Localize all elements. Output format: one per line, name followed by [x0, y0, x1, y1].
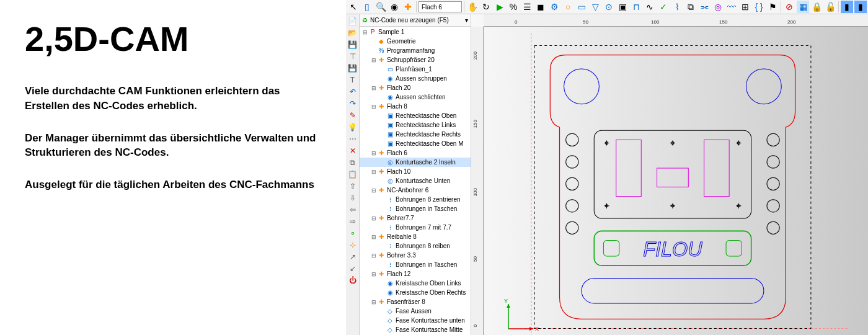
tree-node[interactable]: ⊟✚Flach 8	[360, 102, 471, 111]
tree-node[interactable]: ⫶Bohrungen 8 zentrieren	[360, 195, 471, 204]
text-icon[interactable]: T	[347, 74, 358, 86]
tree-node[interactable]: ◉Kreistasche Oben Rechts	[360, 288, 471, 297]
cancel-icon[interactable]: ⊘	[783, 1, 795, 13]
tree-node[interactable]: ▣Rechtecktasche Rechts	[360, 130, 471, 139]
tree-node[interactable]: ◇Fase Konturtasche Mitte	[360, 325, 471, 334]
undo-icon[interactable]: ↶	[347, 86, 358, 97]
bar2-icon[interactable]: ▮	[854, 1, 867, 13]
hand-icon[interactable]: ✋	[466, 1, 479, 13]
wave-icon[interactable]: 〰	[725, 1, 738, 13]
down-icon[interactable]: ⇩	[347, 192, 358, 203]
path-icon[interactable]: ⌇	[671, 1, 683, 13]
tree-header[interactable]: ♻ NC-Code neu erzeugen (F5) ▾	[360, 14, 471, 27]
thread-icon[interactable]: ∿	[644, 1, 656, 13]
tree-node[interactable]: ▣Rechtecktasche Oben	[360, 111, 471, 120]
document-icon[interactable]: ▯	[361, 1, 373, 13]
rect-tool-icon[interactable]: ▭	[575, 1, 588, 13]
grid-icon[interactable]: ▦	[797, 1, 809, 13]
flag-icon[interactable]: ⚑	[766, 1, 779, 13]
compass-icon[interactable]: ✚	[402, 1, 414, 13]
exit-icon[interactable]: ⏻	[347, 275, 358, 286]
expand-toggle-icon[interactable]: ⊟	[371, 252, 377, 259]
expand-toggle-icon[interactable]: ⊟	[371, 299, 377, 305]
check-icon[interactable]: ✓	[657, 1, 670, 13]
tree-node[interactable]: ◇Fase Aussen	[360, 306, 471, 316]
percent-icon[interactable]: %	[507, 1, 520, 13]
save-icon[interactable]: 💾	[347, 39, 358, 50]
tree-node[interactable]: ⊟PSample 1	[360, 27, 471, 37]
nodes-icon[interactable]: ⚬	[347, 228, 358, 239]
tree-node[interactable]: ⫶Bohrungen 7 mit 7.7	[360, 223, 471, 232]
tree-node[interactable]: ⊟✚Flach 12	[360, 269, 471, 279]
export-icon[interactable]: ↗	[347, 251, 358, 262]
tool-icon[interactable]: ⊤	[347, 51, 358, 62]
expand-toggle-icon[interactable]: ⊟	[371, 187, 377, 194]
dropdown-arrow-icon[interactable]: ▾	[465, 17, 468, 24]
expand-toggle-icon[interactable]: ⊟	[371, 150, 377, 156]
expand-toggle-icon[interactable]: ⊟	[371, 271, 377, 277]
layer-dropdown[interactable]: Flach 6	[418, 1, 462, 12]
tree-node[interactable]: ⫶Bohrungen 8 reiben	[360, 241, 471, 251]
solid-icon[interactable]: ◼	[534, 1, 547, 13]
canvas[interactable]: FILOU X Y	[484, 27, 868, 335]
tree-icon[interactable]: ⊹	[347, 239, 358, 251]
up-icon[interactable]: ⇧	[347, 181, 358, 192]
tree-node[interactable]: ⊟✚Flach 10	[360, 167, 471, 176]
tree-node[interactable]: ▭Planfräsen_1	[360, 65, 471, 74]
filter-icon[interactable]: ▽	[589, 1, 601, 13]
tree-node[interactable]: ◉Kreistasche Oben Links	[360, 279, 471, 288]
expand-toggle-icon[interactable]: ⊟	[371, 85, 377, 91]
circle-tool-icon[interactable]: ○	[562, 1, 574, 13]
open-icon[interactable]: 📂	[347, 27, 358, 38]
cursor-icon[interactable]: ↖	[347, 1, 360, 13]
bar1-icon[interactable]: ▮	[841, 1, 853, 13]
tree-node[interactable]: ▣Rechtecktasche Links	[360, 120, 471, 130]
lock-icon[interactable]: 🔒	[810, 1, 823, 13]
tree-node[interactable]: ⫶Bohrungen in Taschen	[360, 204, 471, 213]
left-icon[interactable]: ⇦	[347, 204, 358, 215]
rotate-icon[interactable]: ↻	[480, 1, 492, 13]
play-icon[interactable]: ▶	[494, 1, 506, 13]
redo-icon[interactable]: ↷	[347, 98, 358, 109]
more-icon[interactable]: ⋯	[347, 133, 358, 145]
tree-node[interactable]: ◎Konturtasche 2 Inseln	[360, 158, 471, 167]
paste-icon[interactable]: 📋	[347, 169, 358, 180]
zoom-icon[interactable]: 🔍	[374, 1, 387, 13]
expand-toggle-icon[interactable]: ⊟	[371, 57, 377, 63]
spiral-icon[interactable]: ◎	[712, 1, 724, 13]
bulb-icon[interactable]: 💡	[347, 122, 358, 133]
tree-node[interactable]: ◆Geometrie	[360, 37, 471, 46]
tree-node[interactable]: ▣Rechtecktasche Oben M	[360, 139, 471, 148]
tree-node[interactable]: ⊟✚Reibahle 8	[360, 232, 471, 241]
expand-toggle-icon[interactable]: ⊟	[371, 169, 377, 175]
new-icon[interactable]: 📄	[347, 16, 358, 27]
slot-icon[interactable]: ⊓	[630, 1, 642, 13]
tree-node[interactable]: ⊟✚Flach 6	[360, 148, 471, 158]
import-icon[interactable]: ↙	[347, 263, 358, 274]
right-icon[interactable]: ⇨	[347, 216, 358, 227]
delete-icon[interactable]: ✕	[347, 145, 358, 156]
unlock-icon[interactable]: 🔓	[824, 1, 836, 13]
drawing-viewport[interactable]: 050100150200 200150100500	[471, 14, 868, 335]
tree-node[interactable]: ⊟✚Bohrer7.7	[360, 213, 471, 223]
tree-body[interactable]: ⊟PSample 1◆Geometrie%Programmanfang⊟✚Sch…	[360, 27, 471, 335]
tree-node[interactable]: %Programmanfang	[360, 46, 471, 55]
tree-node[interactable]: ⊟✚Fasenfräser 8	[360, 297, 471, 306]
window-icon[interactable]: ⊞	[739, 1, 751, 13]
expand-toggle-icon[interactable]: ⊟	[371, 104, 377, 110]
copy-icon[interactable]: ⧉	[684, 1, 697, 13]
target-icon[interactable]: ◉	[388, 1, 401, 13]
tree-node[interactable]: ⫶Bohrungen in Taschen	[360, 260, 471, 269]
tree-node[interactable]: ⊟✚Schruppfräser 20	[360, 55, 471, 65]
pencil-icon[interactable]: ✎	[347, 110, 358, 121]
expand-toggle-icon[interactable]: ⊟	[371, 234, 377, 240]
link-icon[interactable]: ⫘	[698, 1, 711, 13]
pocket-icon[interactable]: ▣	[616, 1, 629, 13]
saveas-icon[interactable]: 💾	[347, 63, 358, 74]
expand-toggle-icon[interactable]: ⊟	[371, 215, 377, 221]
tree-node[interactable]: ◎Konturtasche Unten	[360, 176, 471, 185]
tree-node[interactable]: ⊟✚Flach 20	[360, 83, 471, 92]
list-icon[interactable]: ☰	[521, 1, 533, 13]
expand-toggle-icon[interactable]: ⊟	[362, 29, 368, 35]
drill-icon[interactable]: ⊙	[603, 1, 615, 13]
